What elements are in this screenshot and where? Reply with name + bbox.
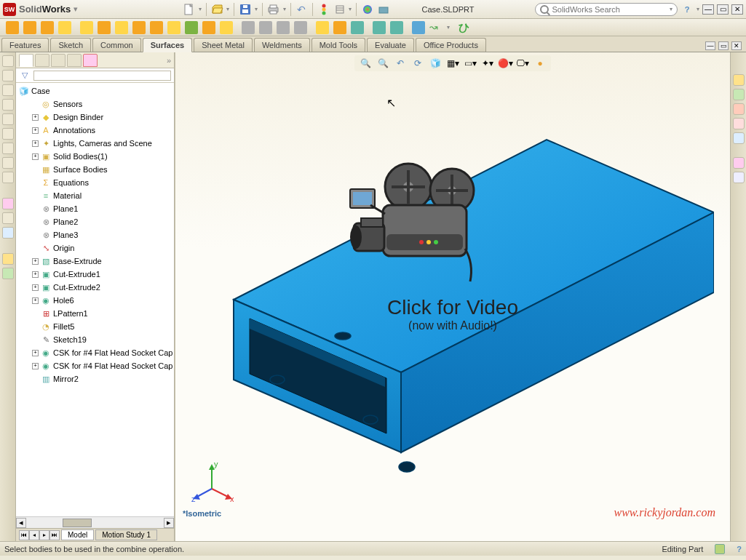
cmd-icon-20[interactable]: [351, 21, 364, 34]
rail-icon[interactable]: [2, 84, 14, 96]
status-help-icon[interactable]: ?: [737, 545, 742, 553]
cmd-icon-21[interactable]: [373, 21, 386, 34]
save-button[interactable]: [239, 2, 252, 17]
tree-item[interactable]: ⊗Plane3: [16, 228, 174, 241]
tab-sheet metal[interactable]: Sheet Metal: [194, 38, 253, 52]
expand-icon[interactable]: +: [32, 363, 39, 369]
cmd-icon-22[interactable]: [390, 21, 403, 34]
cmd-icon-8[interactable]: [132, 21, 146, 34]
restore-button[interactable]: ▭: [717, 4, 729, 15]
doc-close-button[interactable]: ✕: [731, 41, 742, 50]
tree-item[interactable]: ◎Sensors: [16, 97, 174, 111]
new-button[interactable]: [183, 2, 196, 17]
tree-item[interactable]: +✦Lights, Cameras and Scene: [16, 137, 174, 150]
tree-tab-dim[interactable]: [67, 54, 82, 67]
expand-icon[interactable]: +: [32, 140, 39, 147]
tree-item[interactable]: +◉CSK for #4 Flat Head Socket Cap: [16, 346, 174, 359]
cmd-icon-6[interactable]: [98, 21, 111, 34]
tree-item[interactable]: ⊗Plane1: [16, 202, 174, 215]
rail-icon[interactable]: [2, 70, 14, 81]
tab-mold tools[interactable]: Mold Tools: [312, 38, 365, 52]
cmd-icon-3[interactable]: [41, 21, 54, 34]
cmd-icon-17[interactable]: [294, 21, 307, 34]
cmd-icon-2[interactable]: [23, 21, 36, 34]
tab-nav-prev[interactable]: ◂: [29, 530, 39, 540]
expand-icon[interactable]: +: [32, 284, 39, 291]
expand-icon[interactable]: +: [32, 297, 39, 304]
tree-item[interactable]: ≡Material: [16, 189, 174, 202]
expand-icon[interactable]: +: [32, 350, 39, 356]
rail-icon[interactable]: [2, 55, 14, 67]
cmd-icon-9[interactable]: [150, 21, 163, 34]
tab-features[interactable]: Features: [1, 38, 49, 52]
zoom-area-icon[interactable]: 🔍: [376, 57, 389, 70]
tree-root[interactable]: 🧊Case: [16, 84, 174, 97]
app-menu-chevron-icon[interactable]: ▾: [74, 4, 78, 14]
scene-icon[interactable]: ✦▾: [481, 57, 494, 70]
task-icon[interactable]: [733, 157, 745, 169]
tree-item[interactable]: ▦Surface Bodies: [16, 163, 174, 176]
appearance-drop-icon[interactable]: 🔴▾: [499, 57, 512, 70]
cmd-icon-18[interactable]: [316, 21, 329, 34]
search-box[interactable]: ▾: [535, 3, 678, 16]
tab-surfaces[interactable]: Surfaces: [143, 38, 192, 52]
task-icon[interactable]: [733, 172, 745, 183]
traffic-icon[interactable]: [317, 2, 330, 17]
tree-item[interactable]: ▥Mirror2: [16, 372, 174, 385]
tree-tabs-chevron-icon[interactable]: »: [167, 56, 171, 65]
tab-nav-first[interactable]: ⏮: [19, 530, 29, 540]
tree-item[interactable]: +▣Cut-Extrude1: [16, 268, 174, 281]
rail-icon[interactable]: [2, 157, 14, 169]
tree-item[interactable]: ⤡Origin: [16, 241, 174, 255]
print-button[interactable]: [267, 2, 280, 17]
task-icon[interactable]: [733, 74, 745, 86]
tree-item[interactable]: +▣Solid Bodies(1): [16, 150, 174, 163]
bottom-tab-model[interactable]: Model: [61, 529, 94, 540]
rail-icon[interactable]: [2, 113, 14, 125]
section-view-icon[interactable]: ⟳: [411, 57, 424, 70]
search-input[interactable]: [552, 5, 667, 14]
expand-icon[interactable]: +: [32, 153, 39, 160]
task-icon[interactable]: [733, 118, 745, 129]
tree-item[interactable]: +▧Base-Extrude: [16, 255, 174, 268]
cmd-icon-13[interactable]: [220, 21, 233, 34]
rail-icon[interactable]: [2, 212, 14, 224]
tab-common[interactable]: Common: [92, 38, 141, 52]
task-icon[interactable]: [733, 89, 745, 100]
rail-icon[interactable]: [2, 227, 14, 239]
cmd-icon-11[interactable]: [185, 21, 198, 34]
undo-button[interactable]: ↶: [295, 2, 308, 17]
tab-nav-last[interactable]: ⏭: [49, 530, 60, 540]
open-button[interactable]: [211, 2, 224, 17]
tab-nav-next[interactable]: ▸: [39, 530, 49, 540]
render-icon[interactable]: 🖵▾: [516, 57, 529, 70]
doc-restore-button[interactable]: ▭: [718, 41, 729, 50]
minimize-button[interactable]: —: [702, 4, 714, 15]
rail-icon[interactable]: [2, 198, 14, 209]
cmd-icon-16[interactable]: [277, 21, 290, 34]
tree-item[interactable]: ΣEquations: [16, 176, 174, 189]
tree-h-scrollbar[interactable]: ◂ ▸: [16, 516, 174, 528]
doc-minimize-button[interactable]: —: [705, 41, 715, 50]
tree-item[interactable]: +◉CSK for #4 Flat Head Socket Cap: [16, 359, 174, 372]
tab-evaluate[interactable]: Evaluate: [367, 38, 414, 52]
task-icon[interactable]: [733, 103, 745, 115]
tree-tab-render[interactable]: [83, 54, 98, 67]
tree-tab-property[interactable]: [35, 54, 49, 67]
view-orient-icon[interactable]: 🧊: [429, 57, 442, 70]
tab-office products[interactable]: Office Products: [416, 38, 486, 52]
sphere-icon[interactable]: ●: [533, 57, 547, 70]
cmd-icon-5[interactable]: [80, 21, 93, 34]
help-button[interactable]: ?: [680, 2, 694, 17]
bottom-tab-motion[interactable]: Motion Study 1: [95, 529, 157, 540]
tab-weldments[interactable]: Weldments: [254, 38, 310, 52]
tree-item[interactable]: ✎Sketch19: [16, 333, 174, 346]
rail-icon[interactable]: [2, 172, 14, 183]
expand-icon[interactable]: +: [32, 114, 39, 121]
cmd-icon-10[interactable]: [167, 21, 180, 34]
tree-item[interactable]: +◉Hole6: [16, 294, 174, 307]
zoom-fit-icon[interactable]: 🔍: [359, 57, 372, 70]
close-button[interactable]: ✕: [731, 4, 743, 15]
feature-tree[interactable]: 🧊Case◎Sensors+◆Design Binder+AAnnotation…: [16, 83, 174, 516]
rail-icon[interactable]: [2, 268, 14, 279]
